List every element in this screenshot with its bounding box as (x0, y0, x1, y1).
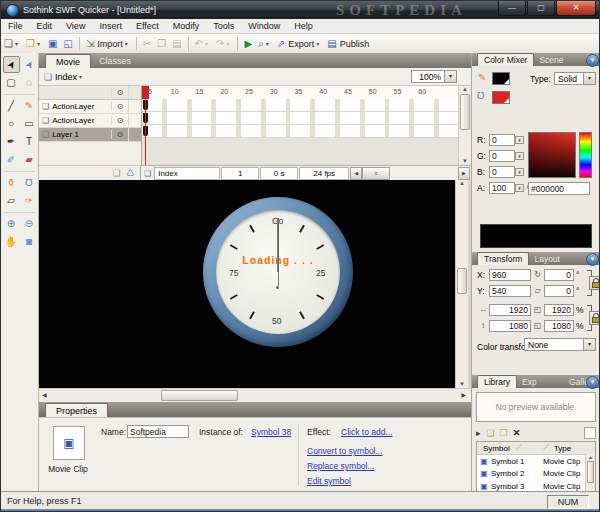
scrollbar-thumb[interactable] (161, 390, 238, 401)
red-input[interactable] (489, 134, 515, 146)
tab-scene[interactable]: Scene (534, 54, 568, 66)
effect-add-link[interactable]: Click to add... (341, 427, 393, 437)
eye-column-icon[interactable]: ⊙ (111, 88, 128, 97)
tab-transform[interactable]: Transform (477, 252, 529, 265)
scrollbar-thumb[interactable] (457, 268, 467, 294)
frame-rate[interactable]: 24 fps (299, 167, 349, 180)
position-lock-icon[interactable] (589, 276, 600, 290)
tab-layout[interactable]: Layout (529, 253, 565, 265)
color-transform-select[interactable]: None ▾ (524, 338, 596, 351)
open-button[interactable]: ❒▾ (23, 36, 45, 52)
scrollbar-thumb[interactable] (460, 94, 470, 130)
layer-name[interactable]: ActionLayer (52, 116, 111, 125)
hue-strip[interactable] (579, 132, 592, 178)
menu-tools[interactable]: Tools (206, 19, 241, 33)
type-column-header[interactable]: Type (554, 444, 571, 453)
symbol-name[interactable]: Symbol 2 (491, 469, 543, 478)
fill-type-select[interactable]: Solid ▾ (554, 72, 596, 85)
layer-visibility-icon[interactable]: ⊙ (111, 130, 128, 139)
copy-button[interactable]: ❐ (154, 36, 169, 52)
height-input[interactable] (489, 320, 531, 332)
redo-button[interactable]: ↷▾ (213, 36, 234, 52)
new-button[interactable]: ❏▾ (1, 36, 23, 52)
symbol-name[interactable]: Symbol 1 (491, 457, 543, 466)
menu-effect[interactable]: Effect (129, 19, 166, 33)
blue-input[interactable] (489, 166, 515, 178)
redo-dropdown-icon[interactable]: ▾ (224, 40, 231, 47)
color-transform-dropdown-icon[interactable]: ▾ (583, 339, 595, 350)
menu-help[interactable]: Help (287, 19, 320, 33)
new-dropdown-icon[interactable]: ▾ (13, 40, 20, 47)
menu-file[interactable]: File (1, 19, 30, 33)
layer-visibility-icon[interactable]: ⊙ (111, 116, 128, 125)
scroll-down-icon[interactable]: ▼ (456, 381, 468, 387)
layer-visibility-icon[interactable]: ⊙ (111, 102, 128, 111)
new-symbol-icon[interactable]: ❏ (487, 428, 495, 438)
import-dropdown-icon[interactable]: ▾ (123, 40, 130, 47)
color-gradient-picker[interactable] (528, 132, 576, 178)
pen-tool[interactable]: ✒ (3, 133, 20, 150)
green-spinner-icon[interactable]: ▾ (515, 152, 524, 160)
scroll-up-icon[interactable]: ▲ (456, 180, 468, 186)
frame-row[interactable] (142, 125, 459, 138)
scroll-right-icon[interactable]: ▶ (461, 391, 466, 398)
eyedropper-tool[interactable]: ✑ (21, 192, 38, 209)
symbol-name[interactable]: Symbol 3 (491, 482, 543, 491)
scale-lock-icon[interactable] (589, 311, 600, 325)
layer-row-actionlayer-1[interactable]: ❏ ActionLayer ⊙ (39, 100, 141, 114)
scrollbar-thumb[interactable] (587, 461, 594, 483)
paste-button[interactable]: ▤ (169, 36, 184, 52)
play-button[interactable]: ▶ (241, 36, 255, 52)
delete-symbol-icon[interactable]: ✕ (513, 428, 521, 438)
timeline-hscroll-thumb[interactable]: ≡ (362, 167, 390, 180)
library-options-box[interactable] (584, 427, 596, 439)
rotate-input[interactable] (544, 269, 574, 281)
fill-bucket-icon[interactable]: ℧ (477, 90, 485, 101)
preview-button[interactable]: ⌕▾ (255, 36, 274, 52)
red-spinner-icon[interactable]: ▾ (515, 136, 524, 144)
rectangle-tool[interactable]: ▭ (21, 115, 38, 132)
timeline-zoom-select[interactable]: 100% ▾ (411, 70, 457, 83)
menu-edit[interactable]: Edit (30, 19, 60, 33)
export-dropdown-icon[interactable]: ▾ (314, 40, 321, 47)
green-input[interactable] (489, 150, 515, 162)
new-folder-icon[interactable]: ❒ (500, 428, 508, 438)
hand-tool[interactable]: ✋ (3, 233, 20, 250)
skew-input[interactable] (544, 285, 574, 297)
menu-window[interactable]: Window (241, 19, 287, 33)
zoom-out-tool[interactable]: ⊖ (21, 215, 38, 232)
zoom-in-tool[interactable]: ⊕ (3, 215, 20, 232)
zoom-dropdown-icon[interactable]: ▾ (444, 71, 456, 82)
menu-modify[interactable]: Modify (166, 19, 207, 33)
replace-symbol-link[interactable]: Replace symbol... (307, 461, 375, 471)
x-input[interactable] (489, 269, 531, 281)
scroll-down-icon[interactable]: ▼ (459, 158, 471, 164)
library-row-symbol2[interactable]: ▣ Symbol 2 Movie Clip (477, 468, 595, 481)
edit-symbol-link[interactable]: Edit symbol (307, 476, 351, 486)
scene-dropdown-icon[interactable]: ▾ (77, 73, 84, 80)
tab-classes[interactable]: Classes (91, 55, 139, 68)
scroll-left-icon[interactable]: ◀ (42, 391, 47, 398)
scene-selector[interactable]: Index (55, 72, 77, 82)
paint-bucket-tool[interactable]: ℧ (21, 174, 38, 191)
symbol-column-header[interactable]: Symbol (483, 444, 510, 453)
y-input[interactable] (489, 285, 531, 297)
timeline-vertical-scrollbar[interactable]: ▲ ▼ (458, 86, 471, 165)
export-button[interactable]: ⇗Export▾ (274, 36, 324, 52)
scroll-left-icon[interactable]: ◀ (350, 167, 362, 180)
subselect-tool[interactable]: ➤ (21, 56, 38, 73)
scroll-right-icon[interactable]: ▶ (458, 167, 470, 180)
minimize-button[interactable]: — (498, 1, 526, 16)
alpha-input[interactable] (489, 182, 515, 194)
select-tool[interactable]: ➤ (3, 56, 20, 73)
ink-bottle-tool[interactable]: ⚱ (3, 174, 20, 191)
width-input[interactable] (489, 304, 531, 316)
scroll-up-icon[interactable]: ▲ (459, 86, 471, 92)
alpha-spinner-icon[interactable]: ▾ (515, 184, 524, 192)
scale-width-input[interactable] (544, 304, 574, 316)
save-button[interactable]: ▣ (45, 36, 60, 52)
instance-name-input[interactable] (127, 425, 189, 438)
open-dropdown-icon[interactable]: ▾ (35, 40, 42, 47)
library-row-symbol1[interactable]: ▣ Symbol 1 Movie Clip (477, 455, 595, 468)
brush-tool[interactable]: ✐ (3, 151, 20, 168)
